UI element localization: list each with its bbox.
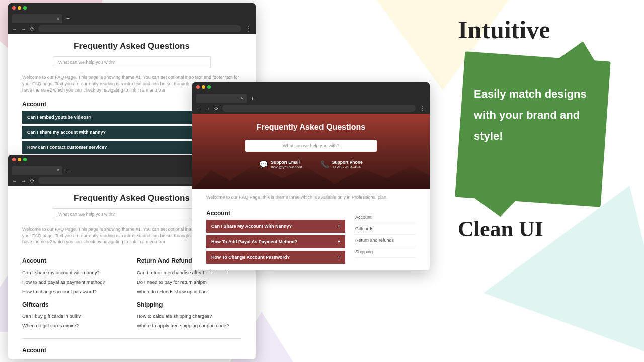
section-heading-account: Account [22, 257, 127, 264]
maximize-icon[interactable] [207, 85, 211, 89]
contact-phone-label: Support Phone [332, 160, 363, 165]
back-icon[interactable]: ← [196, 106, 201, 111]
faq-item-label: How To Add Payal As Payment Method? [211, 239, 297, 244]
section-heading-shipping: Shipping [137, 301, 242, 308]
contact-phone: 📞 Support Phone+1-927-234-424 [320, 160, 363, 169]
expand-icon: + [338, 224, 340, 229]
expand-icon: + [338, 255, 340, 260]
close-icon[interactable] [12, 6, 16, 10]
page-title: Frequently Asked Questions [22, 41, 242, 51]
headline-top: Intuitive [458, 15, 619, 44]
reload-icon[interactable]: ⟳ [30, 178, 34, 184]
new-tab-button[interactable]: + [66, 15, 70, 23]
browser-menu-icon[interactable]: ⋮ [246, 25, 252, 32]
contact-phone-value: +1-927-234-424 [332, 165, 363, 169]
search-input[interactable]: What can we help you with? [53, 56, 211, 68]
minimize-icon[interactable] [202, 85, 205, 89]
url-input[interactable] [38, 25, 242, 32]
browser-tabs: × + [192, 92, 430, 103]
faq-link[interactable]: When do gift cards expire? [22, 321, 127, 330]
reload-icon[interactable]: ⟳ [30, 26, 34, 32]
faq-category-nav: Account Giftcards Return and refunds Shi… [355, 210, 416, 270]
category-link-giftcards[interactable]: Giftcards [355, 223, 416, 235]
contact-email-value: helo@yellow.com [271, 165, 302, 169]
minimize-icon[interactable] [18, 158, 21, 161]
forward-icon[interactable]: → [21, 26, 26, 32]
faq-link[interactable]: When do refunds show up in ban [137, 287, 242, 296]
marketing-copy: Intuitive Easily match designs with your… [458, 15, 619, 242]
faq-question: Can I share my account with nanny? [22, 357, 242, 359]
faq-item-label: Can I Share My Account With Nanny? [211, 224, 292, 229]
faq-link[interactable]: Can I share my account with nanny? [22, 267, 127, 277]
browser-tab[interactable]: × [12, 166, 62, 175]
expand-icon: + [338, 239, 340, 244]
faq-link[interactable]: Can I buy gift cards in bulk? [22, 311, 127, 321]
close-icon[interactable] [12, 158, 16, 161]
section-heading-account: Account [22, 347, 242, 354]
intro-text: Welcome to our FAQ Page, this is theme t… [206, 194, 416, 201]
page-title: Frequently Asked Questions [201, 123, 421, 132]
faq-main-column: Account Can I Share My Account With Nann… [206, 210, 345, 270]
faq-link[interactable]: Where to apply free shipping coupon code… [137, 321, 242, 330]
window-titlebar [192, 82, 430, 92]
new-tab-button[interactable]: + [251, 95, 254, 103]
maximize-icon[interactable] [23, 158, 27, 161]
close-icon[interactable] [196, 85, 200, 89]
feature-badge-text: Easily match designs with your brand and… [460, 56, 606, 202]
search-input[interactable]: What can we help you with? [245, 140, 377, 152]
back-icon[interactable]: ← [12, 26, 17, 32]
back-icon[interactable]: ← [12, 178, 17, 184]
url-bar: ← → ⟳ ⋮ [8, 23, 256, 34]
feature-badge: Easily match designs with your brand and… [460, 56, 606, 202]
category-link-account[interactable]: Account [355, 212, 416, 223]
minimize-icon[interactable] [18, 6, 21, 10]
browser-tabs: × + [8, 12, 256, 23]
category-link-returns[interactable]: Return and refunds [355, 235, 416, 246]
url-bar: ← → ⟳ ⋮ [192, 103, 430, 114]
faq-link[interactable]: Do I need to pay for return shipm [137, 277, 242, 287]
divider [22, 338, 242, 339]
browser-theme-3: × + ← → ⟳ ⋮ Frequently Asked Questions W… [192, 82, 430, 270]
faq-link[interactable]: How to add payal as payment method? [22, 277, 127, 287]
faq-link[interactable]: How to change account password? [22, 287, 127, 296]
section-heading-account: Account [206, 210, 345, 217]
hero-banner: Frequently Asked Questions What can we h… [192, 114, 430, 189]
contact-email: 💬 Support Emailhelo@yellow.com [259, 160, 302, 169]
section-heading-giftcards: Giftcards [206, 269, 345, 270]
faq-item[interactable]: How To Add Payal As Payment Method?+ [206, 235, 345, 248]
section-heading-giftcards: Giftcards [22, 301, 127, 308]
search-input[interactable]: What can we help you with? [53, 208, 211, 220]
browser-tab[interactable]: × [196, 94, 247, 103]
chat-icon: 💬 [259, 160, 268, 169]
window-titlebar [8, 3, 256, 12]
url-input[interactable] [222, 105, 416, 112]
faq-link[interactable]: How to calculate shipping charges? [137, 311, 242, 321]
faq-item-label: How To Change Account Password? [211, 255, 290, 260]
new-tab-button[interactable]: + [66, 167, 70, 175]
faq-item[interactable]: Can I Share My Account With Nanny?+ [206, 220, 345, 233]
browser-menu-icon[interactable]: ⋮ [420, 105, 426, 112]
headline-bottom: Clean UI [458, 216, 619, 242]
maximize-icon[interactable] [23, 6, 27, 10]
phone-icon: 📞 [320, 160, 329, 169]
forward-icon[interactable]: → [205, 106, 210, 111]
contact-email-label: Support Email [271, 160, 302, 165]
forward-icon[interactable]: → [21, 178, 26, 184]
browser-tab[interactable]: × [12, 14, 62, 23]
reload-icon[interactable]: ⟳ [214, 106, 218, 111]
category-link-shipping[interactable]: Shipping [355, 246, 416, 258]
faq-item[interactable]: How To Change Account Password?+ [206, 251, 345, 264]
